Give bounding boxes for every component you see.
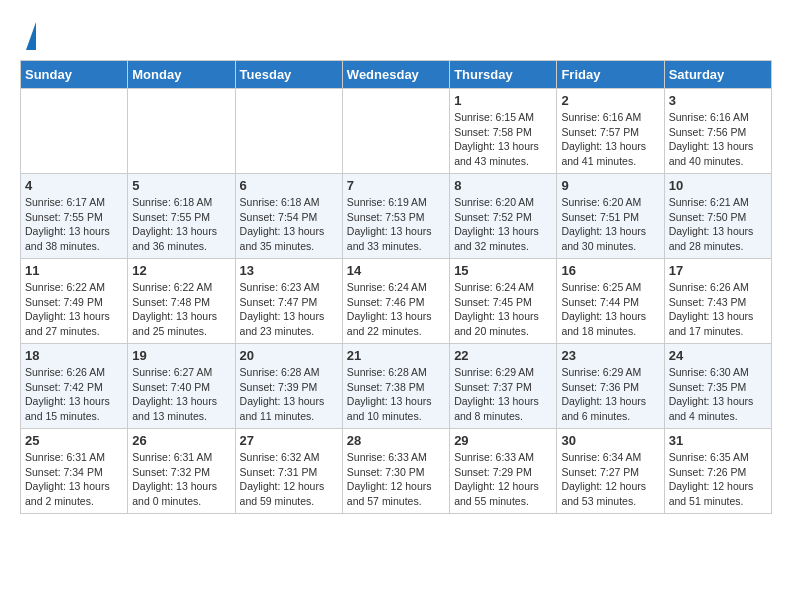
day-number: 13 [240,263,338,278]
day-number: 30 [561,433,659,448]
day-number: 25 [25,433,123,448]
day-info: Sunrise: 6:20 AM Sunset: 7:51 PM Dayligh… [561,195,659,254]
day-info: Sunrise: 6:18 AM Sunset: 7:55 PM Dayligh… [132,195,230,254]
day-number: 17 [669,263,767,278]
day-number: 2 [561,93,659,108]
day-info: Sunrise: 6:26 AM Sunset: 7:42 PM Dayligh… [25,365,123,424]
day-info: Sunrise: 6:17 AM Sunset: 7:55 PM Dayligh… [25,195,123,254]
calendar-cell: 25Sunrise: 6:31 AM Sunset: 7:34 PM Dayli… [21,429,128,514]
day-info: Sunrise: 6:33 AM Sunset: 7:30 PM Dayligh… [347,450,445,509]
calendar-cell: 19Sunrise: 6:27 AM Sunset: 7:40 PM Dayli… [128,344,235,429]
weekday-header: Sunday [21,61,128,89]
day-number: 5 [132,178,230,193]
calendar-week-row: 18Sunrise: 6:26 AM Sunset: 7:42 PM Dayli… [21,344,772,429]
day-number: 1 [454,93,552,108]
calendar-week-row: 25Sunrise: 6:31 AM Sunset: 7:34 PM Dayli… [21,429,772,514]
calendar-cell: 23Sunrise: 6:29 AM Sunset: 7:36 PM Dayli… [557,344,664,429]
calendar-cell: 26Sunrise: 6:31 AM Sunset: 7:32 PM Dayli… [128,429,235,514]
day-info: Sunrise: 6:15 AM Sunset: 7:58 PM Dayligh… [454,110,552,169]
calendar-cell: 10Sunrise: 6:21 AM Sunset: 7:50 PM Dayli… [664,174,771,259]
day-info: Sunrise: 6:20 AM Sunset: 7:52 PM Dayligh… [454,195,552,254]
calendar-cell: 4Sunrise: 6:17 AM Sunset: 7:55 PM Daylig… [21,174,128,259]
calendar-week-row: 11Sunrise: 6:22 AM Sunset: 7:49 PM Dayli… [21,259,772,344]
day-number: 4 [25,178,123,193]
day-info: Sunrise: 6:24 AM Sunset: 7:45 PM Dayligh… [454,280,552,339]
day-number: 15 [454,263,552,278]
calendar-cell: 29Sunrise: 6:33 AM Sunset: 7:29 PM Dayli… [450,429,557,514]
day-number: 16 [561,263,659,278]
day-number: 18 [25,348,123,363]
day-number: 29 [454,433,552,448]
day-info: Sunrise: 6:29 AM Sunset: 7:37 PM Dayligh… [454,365,552,424]
day-number: 14 [347,263,445,278]
calendar-cell: 31Sunrise: 6:35 AM Sunset: 7:26 PM Dayli… [664,429,771,514]
day-info: Sunrise: 6:31 AM Sunset: 7:32 PM Dayligh… [132,450,230,509]
calendar-cell [21,89,128,174]
day-number: 24 [669,348,767,363]
calendar-cell: 15Sunrise: 6:24 AM Sunset: 7:45 PM Dayli… [450,259,557,344]
calendar-cell: 18Sunrise: 6:26 AM Sunset: 7:42 PM Dayli… [21,344,128,429]
calendar-cell: 28Sunrise: 6:33 AM Sunset: 7:30 PM Dayli… [342,429,449,514]
day-number: 21 [347,348,445,363]
day-info: Sunrise: 6:16 AM Sunset: 7:56 PM Dayligh… [669,110,767,169]
calendar-cell: 13Sunrise: 6:23 AM Sunset: 7:47 PM Dayli… [235,259,342,344]
day-number: 9 [561,178,659,193]
day-info: Sunrise: 6:19 AM Sunset: 7:53 PM Dayligh… [347,195,445,254]
day-number: 27 [240,433,338,448]
calendar-cell: 24Sunrise: 6:30 AM Sunset: 7:35 PM Dayli… [664,344,771,429]
weekday-header: Thursday [450,61,557,89]
calendar-cell: 30Sunrise: 6:34 AM Sunset: 7:27 PM Dayli… [557,429,664,514]
day-info: Sunrise: 6:16 AM Sunset: 7:57 PM Dayligh… [561,110,659,169]
calendar-cell: 22Sunrise: 6:29 AM Sunset: 7:37 PM Dayli… [450,344,557,429]
day-info: Sunrise: 6:25 AM Sunset: 7:44 PM Dayligh… [561,280,659,339]
calendar-cell: 11Sunrise: 6:22 AM Sunset: 7:49 PM Dayli… [21,259,128,344]
day-info: Sunrise: 6:27 AM Sunset: 7:40 PM Dayligh… [132,365,230,424]
day-number: 26 [132,433,230,448]
day-number: 3 [669,93,767,108]
page-header [20,20,772,50]
calendar-cell: 5Sunrise: 6:18 AM Sunset: 7:55 PM Daylig… [128,174,235,259]
calendar-week-row: 1Sunrise: 6:15 AM Sunset: 7:58 PM Daylig… [21,89,772,174]
day-number: 8 [454,178,552,193]
calendar-cell: 16Sunrise: 6:25 AM Sunset: 7:44 PM Dayli… [557,259,664,344]
calendar-cell [235,89,342,174]
day-info: Sunrise: 6:28 AM Sunset: 7:38 PM Dayligh… [347,365,445,424]
day-number: 22 [454,348,552,363]
calendar-cell: 3Sunrise: 6:16 AM Sunset: 7:56 PM Daylig… [664,89,771,174]
calendar-cell [342,89,449,174]
calendar-cell: 7Sunrise: 6:19 AM Sunset: 7:53 PM Daylig… [342,174,449,259]
calendar-cell: 17Sunrise: 6:26 AM Sunset: 7:43 PM Dayli… [664,259,771,344]
day-number: 31 [669,433,767,448]
day-info: Sunrise: 6:18 AM Sunset: 7:54 PM Dayligh… [240,195,338,254]
calendar-cell [128,89,235,174]
calendar-cell: 27Sunrise: 6:32 AM Sunset: 7:31 PM Dayli… [235,429,342,514]
day-info: Sunrise: 6:26 AM Sunset: 7:43 PM Dayligh… [669,280,767,339]
day-number: 28 [347,433,445,448]
calendar-header-row: SundayMondayTuesdayWednesdayThursdayFrid… [21,61,772,89]
calendar-cell: 1Sunrise: 6:15 AM Sunset: 7:58 PM Daylig… [450,89,557,174]
calendar-cell: 2Sunrise: 6:16 AM Sunset: 7:57 PM Daylig… [557,89,664,174]
day-number: 20 [240,348,338,363]
calendar-week-row: 4Sunrise: 6:17 AM Sunset: 7:55 PM Daylig… [21,174,772,259]
day-info: Sunrise: 6:30 AM Sunset: 7:35 PM Dayligh… [669,365,767,424]
calendar-cell: 9Sunrise: 6:20 AM Sunset: 7:51 PM Daylig… [557,174,664,259]
day-number: 11 [25,263,123,278]
calendar-cell: 6Sunrise: 6:18 AM Sunset: 7:54 PM Daylig… [235,174,342,259]
day-number: 10 [669,178,767,193]
day-number: 19 [132,348,230,363]
day-number: 7 [347,178,445,193]
day-info: Sunrise: 6:22 AM Sunset: 7:49 PM Dayligh… [25,280,123,339]
weekday-header: Tuesday [235,61,342,89]
day-info: Sunrise: 6:21 AM Sunset: 7:50 PM Dayligh… [669,195,767,254]
day-info: Sunrise: 6:32 AM Sunset: 7:31 PM Dayligh… [240,450,338,509]
weekday-header: Saturday [664,61,771,89]
day-info: Sunrise: 6:31 AM Sunset: 7:34 PM Dayligh… [25,450,123,509]
calendar-cell: 20Sunrise: 6:28 AM Sunset: 7:39 PM Dayli… [235,344,342,429]
calendar-cell: 21Sunrise: 6:28 AM Sunset: 7:38 PM Dayli… [342,344,449,429]
calendar-cell: 8Sunrise: 6:20 AM Sunset: 7:52 PM Daylig… [450,174,557,259]
day-info: Sunrise: 6:29 AM Sunset: 7:36 PM Dayligh… [561,365,659,424]
day-info: Sunrise: 6:34 AM Sunset: 7:27 PM Dayligh… [561,450,659,509]
day-info: Sunrise: 6:28 AM Sunset: 7:39 PM Dayligh… [240,365,338,424]
calendar-cell: 14Sunrise: 6:24 AM Sunset: 7:46 PM Dayli… [342,259,449,344]
day-info: Sunrise: 6:22 AM Sunset: 7:48 PM Dayligh… [132,280,230,339]
